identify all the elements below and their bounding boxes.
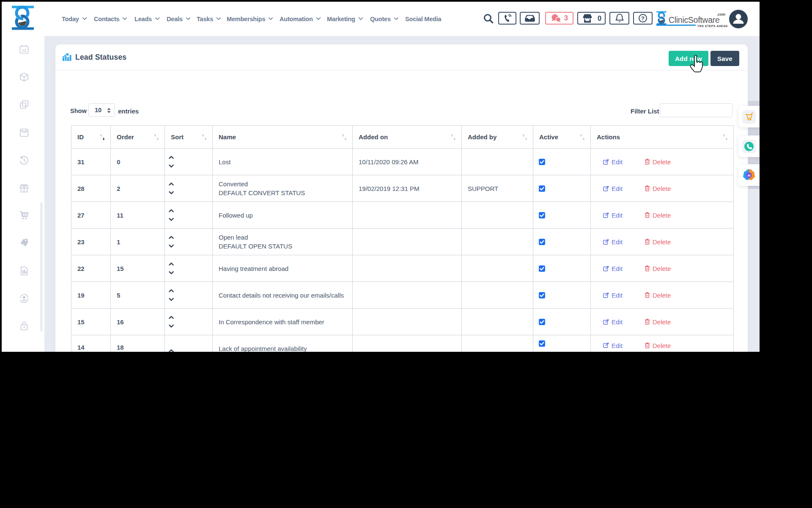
svg-text:12: 12 <box>22 48 26 52</box>
svg-text:?: ? <box>641 15 645 22</box>
svg-text:AI: AI <box>747 174 750 177</box>
